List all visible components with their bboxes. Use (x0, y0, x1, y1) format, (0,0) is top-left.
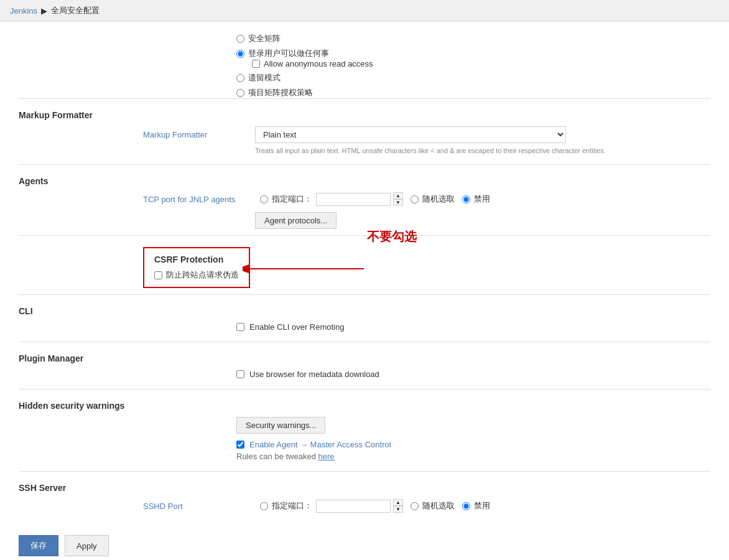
breadcrumb-separator: ▶ (41, 6, 47, 16)
rules-row: Rules can be tweaked here (236, 452, 710, 461)
port-spin-down[interactable]: ▼ (393, 199, 403, 206)
tcp-fixed-item: 指定端口： ▲ ▼ (260, 192, 403, 206)
ssh-options: 指定端口： ▲ ▼ 随机选取 禁用 (260, 499, 490, 513)
security-warnings-button-row: Security warnings... (236, 417, 710, 434)
markup-formatter-label: Markup Formatter (143, 130, 255, 139)
radio-label-logged-in: 登录用户可以做任何事 (248, 48, 329, 59)
csrf-section: CSRF Protection 防止跨站点请求伪造 不要勾选 (19, 235, 710, 294)
cli-section: CLI Enable CLI over Remoting (19, 294, 710, 342)
csrf-annotation: 不要勾选 (367, 228, 417, 245)
agent-access-row: Enable Agent → Master Access Control (236, 440, 710, 449)
tcp-fixed-label: 指定端口： (272, 194, 312, 205)
authorization-radio-group: 安全矩阵 登录用户可以做任何事 (19, 33, 710, 59)
radio-item-logged-in: 登录用户可以做任何事 (236, 48, 710, 59)
tcp-port-input[interactable] (316, 193, 391, 206)
ssh-port-row: SSHD Port 指定端口： ▲ ▼ 随机选取 禁用 (143, 499, 710, 513)
anonymous-read-row: Allow anonymous read access (19, 59, 710, 68)
tcp-disable-radio[interactable] (462, 195, 470, 203)
ssh-disable-item: 禁用 (462, 500, 490, 511)
agent-access-checkbox[interactable] (236, 441, 244, 449)
radio-label-legacy: 遗留模式 (248, 72, 281, 83)
tcp-random-item: 随机选取 (411, 194, 455, 205)
markup-formatter-select[interactable]: Plain text (255, 126, 566, 143)
ssh-fixed-item: 指定端口： ▲ ▼ (260, 499, 403, 513)
radio-item-safety-matrix: 安全矩阵 (236, 33, 710, 44)
tcp-label: TCP port for JNLP agents (143, 195, 255, 204)
agents-section: Agents TCP port for JNLP agents 指定端口： ▲ … (19, 164, 710, 235)
port-spinner: ▲ ▼ (393, 192, 403, 206)
apply-button[interactable]: Apply (65, 535, 109, 556)
csrf-title: CSRF Protection (154, 254, 239, 264)
radio-label-safety-matrix: 安全矩阵 (248, 33, 281, 44)
ssh-random-item: 随机选取 (411, 500, 455, 511)
rules-text: Rules can be tweaked (236, 452, 316, 461)
bottom-buttons: 保存 Apply (19, 523, 710, 560)
port-spin-up[interactable]: ▲ (393, 192, 403, 199)
csrf-checkbox-row: 防止跨站点请求伪造 (154, 269, 239, 281)
plugin-manager-section: Plugin Manager Use browser for metadata … (19, 342, 710, 389)
hidden-security-section: Hidden security warnings Security warnin… (19, 389, 710, 471)
annotation-arrow (243, 259, 367, 278)
radio-project-matrix[interactable] (236, 89, 244, 97)
csrf-checkbox[interactable] (154, 271, 162, 279)
hidden-security-title: Hidden security warnings (19, 401, 710, 411)
tcp-options: 指定端口： ▲ ▼ 随机选取 禁用 (260, 192, 490, 206)
tcp-disable-label: 禁用 (474, 194, 490, 205)
save-button[interactable]: 保存 (19, 535, 58, 556)
ssh-disable-radio[interactable] (462, 502, 470, 510)
radio-label-project-matrix: 项目矩阵授权策略 (248, 87, 313, 98)
cli-checkbox[interactable] (236, 323, 244, 331)
rules-link[interactable]: here (318, 452, 335, 461)
ssh-spin-up[interactable]: ▲ (393, 499, 403, 506)
agent-protocols-button[interactable]: Agent protocols... (255, 212, 337, 229)
markup-formatter-title: Markup Formatter (19, 110, 710, 120)
agent-protocols-row: Agent protocols... (255, 212, 710, 229)
cli-checkbox-row: Enable CLI over Remoting (236, 322, 710, 332)
tcp-random-radio[interactable] (411, 195, 419, 203)
security-warnings-button[interactable]: Security warnings... (236, 417, 325, 434)
breadcrumb-home[interactable]: Jenkins (10, 6, 37, 16)
ssh-spin-down[interactable]: ▼ (393, 506, 403, 513)
ssh-disable-label: 禁用 (474, 500, 490, 511)
agent-access-label: Enable Agent → Master Access Control (249, 440, 391, 449)
main-content: 安全矩阵 登录用户可以做任何事 Allow anonymous read acc… (0, 22, 729, 560)
annotation-text: 不要勾选 (367, 228, 417, 245)
authorization-radio-group-2: 遗留模式 项目矩阵授权策略 (19, 72, 710, 98)
csrf-label: 防止跨站点请求伪造 (166, 269, 239, 281)
markup-formatter-section: Markup Formatter Markup Formatter Plain … (19, 98, 710, 164)
radio-logged-in[interactable] (236, 50, 244, 58)
plugin-manager-checkbox[interactable] (236, 370, 244, 378)
radio-safety-matrix[interactable] (236, 35, 244, 43)
tcp-fixed-radio[interactable] (260, 195, 268, 203)
anonymous-read-label: Allow anonymous read access (264, 59, 373, 68)
breadcrumb: Jenkins ▶ 全局安全配置 (0, 0, 729, 22)
tcp-disable-item: 禁用 (462, 194, 490, 205)
tcp-random-label: 随机选取 (422, 194, 455, 205)
ssh-fixed-label: 指定端口： (272, 500, 312, 511)
cli-title: CLI (19, 306, 710, 316)
ssh-server-title: SSH Server (19, 483, 710, 493)
radio-legacy[interactable] (236, 74, 244, 82)
plugin-manager-title: Plugin Manager (19, 353, 710, 363)
plugin-manager-label: Use browser for metadata download (249, 370, 379, 379)
ssh-fixed-radio[interactable] (260, 502, 268, 510)
breadcrumb-current: 全局安全配置 (51, 5, 100, 16)
agents-title: Agents (19, 176, 710, 186)
radio-item-legacy: 遗留模式 (236, 72, 710, 83)
anonymous-read-checkbox[interactable] (252, 60, 260, 68)
ssh-random-radio[interactable] (411, 502, 419, 510)
ssh-random-label: 随机选取 (422, 500, 455, 511)
plugin-manager-checkbox-row: Use browser for metadata download (236, 370, 710, 379)
tcp-port-row: TCP port for JNLP agents 指定端口： ▲ ▼ 随机选取 (143, 192, 710, 206)
markup-formatter-hint: Treats all input as plain text. HTML uns… (255, 147, 710, 154)
ssh-port-input[interactable] (316, 500, 391, 513)
markup-formatter-row: Markup Formatter Plain text (143, 126, 710, 143)
ssh-server-section: SSH Server SSHD Port 指定端口： ▲ ▼ 随机选取 (19, 471, 710, 523)
ssh-label: SSHD Port (143, 502, 255, 511)
csrf-box: CSRF Protection 防止跨站点请求伪造 (143, 247, 250, 288)
ssh-port-spinner: ▲ ▼ (393, 499, 403, 513)
radio-item-project-matrix: 项目矩阵授权策略 (236, 87, 710, 98)
cli-label: Enable CLI over Remoting (249, 322, 344, 332)
